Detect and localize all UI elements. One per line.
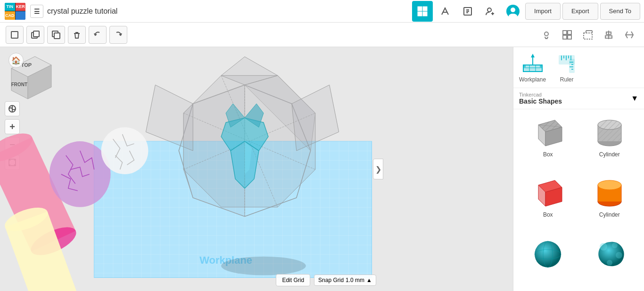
shape-box-red[interactable]: Box xyxy=(517,173,579,234)
organic-teal-icon xyxy=(593,238,626,269)
export-button[interactable]: Export xyxy=(562,3,598,20)
undo-button[interactable] xyxy=(89,26,107,44)
svg-point-119 xyxy=(612,242,618,248)
toolbar xyxy=(0,23,644,47)
svg-point-70 xyxy=(221,257,306,275)
box-gray-label: Box xyxy=(543,151,553,158)
svg-rect-71 xyxy=(523,65,542,72)
svg-marker-77 xyxy=(531,54,535,57)
snap-arrow-icon[interactable]: ▲ xyxy=(366,277,372,283)
project-menu-button[interactable]: ☰ xyxy=(30,5,43,18)
svg-point-115 xyxy=(535,241,561,267)
redo-button[interactable] xyxy=(109,26,127,44)
svg-rect-15 xyxy=(11,32,18,38)
cylinder-gray-label: Cylinder xyxy=(599,151,620,158)
shapes-source-label: Tinkercad xyxy=(519,92,562,97)
duplicate-button[interactable] xyxy=(47,26,65,44)
svg-marker-63 xyxy=(292,85,339,151)
svg-point-13 xyxy=(511,8,515,12)
snap-grid-control: Snap Grid 1.0 mm ▲ xyxy=(314,275,376,286)
logo-cell-ker: KER xyxy=(16,3,26,11)
viewport[interactable]: TOP FRONT 🏠 + − xyxy=(0,47,513,291)
header: TIN KER CAD ☰ crystal puzzle tutorial Im… xyxy=(0,0,644,23)
shape-sphere-blue[interactable] xyxy=(517,234,579,287)
svg-point-120 xyxy=(616,252,622,259)
snap-value: 1.0 mm xyxy=(346,277,364,283)
svg-rect-78 xyxy=(523,65,526,67)
logo-cell-cad: CAD xyxy=(5,11,15,20)
nav-add-user-button[interactable] xyxy=(480,1,501,22)
svg-point-53 xyxy=(101,127,149,174)
svg-rect-19 xyxy=(54,33,60,39)
workplane-tool[interactable]: Workplane xyxy=(519,52,546,83)
side-panel-toggle[interactable]: ❯ xyxy=(373,159,383,179)
ruler-icon xyxy=(555,52,578,74)
flip-icon[interactable] xyxy=(620,26,638,44)
ruler-tool[interactable]: Ruler xyxy=(555,52,578,83)
nav-grid-button[interactable] xyxy=(412,1,433,22)
header-actions: Import Export Send To xyxy=(412,1,640,22)
shapes-source-info: Tinkercad Basic Shapes xyxy=(519,92,562,105)
new-button[interactable] xyxy=(6,26,24,44)
ungroup-icon[interactable] xyxy=(579,26,597,44)
svg-point-9 xyxy=(487,8,491,12)
workplane-icon xyxy=(521,52,544,74)
svg-rect-3 xyxy=(423,12,427,16)
svg-point-20 xyxy=(545,32,548,36)
light-icon[interactable] xyxy=(537,26,555,44)
main-area: TOP FRONT 🏠 + − xyxy=(0,47,644,291)
snap-grid-label: Snap Grid xyxy=(318,277,344,283)
logo-cell-tin: TIN xyxy=(5,3,15,11)
edit-grid-button[interactable]: Edit Grid xyxy=(276,274,310,286)
box-red-icon xyxy=(531,178,564,209)
cylinder-orange-label: Cylinder xyxy=(599,211,620,218)
group-icon[interactable] xyxy=(558,26,576,44)
svg-rect-1 xyxy=(423,7,427,11)
svg-point-106 xyxy=(598,120,621,129)
svg-rect-17 xyxy=(33,31,39,37)
box-red-label: Box xyxy=(543,211,553,218)
svg-rect-26 xyxy=(584,33,592,39)
svg-rect-23 xyxy=(568,31,571,34)
logo[interactable]: TIN KER CAD xyxy=(4,2,26,21)
svg-marker-62 xyxy=(146,85,193,151)
svg-point-14 xyxy=(509,14,517,18)
shape-box-gray[interactable]: Box xyxy=(517,113,579,173)
svg-point-114 xyxy=(598,180,621,190)
sphere-blue-icon xyxy=(531,238,564,269)
svg-rect-86 xyxy=(570,59,574,73)
send-to-button[interactable]: Send To xyxy=(600,3,640,20)
nav-export-button[interactable] xyxy=(457,1,478,22)
svg-rect-25 xyxy=(568,35,571,39)
bottom-bar: Edit Grid Snap Grid 1.0 mm ▲ xyxy=(276,274,376,286)
ruler-label: Ruler xyxy=(560,76,574,83)
right-panel: Workplane xyxy=(513,47,644,291)
cylinder-orange-icon xyxy=(593,178,626,209)
svg-rect-2 xyxy=(418,12,422,16)
shape-organic-teal[interactable] xyxy=(579,234,641,287)
box-gray-icon xyxy=(531,118,564,148)
shapes-grid: Box Cylinder xyxy=(513,109,644,291)
delete-button[interactable] xyxy=(68,26,86,44)
import-button[interactable]: Import xyxy=(525,3,561,20)
svg-rect-0 xyxy=(418,7,422,11)
copy-stamp-button[interactable] xyxy=(26,26,44,44)
svg-rect-79 xyxy=(540,65,542,67)
scene-canvas[interactable]: Workplane xyxy=(0,47,513,291)
workplane-label: Workplane xyxy=(519,76,546,83)
svg-point-118 xyxy=(600,243,607,251)
shape-cylinder-gray[interactable]: Cylinder xyxy=(579,113,641,173)
cylinder-gray-icon xyxy=(593,118,626,148)
panel-tools: Workplane xyxy=(513,47,644,88)
logo-cell-blank xyxy=(16,11,26,20)
shapes-dropdown-button[interactable]: ▼ xyxy=(631,94,638,103)
shape-cylinder-orange[interactable]: Cylinder xyxy=(579,173,641,234)
svg-rect-22 xyxy=(563,31,567,34)
project-title: crystal puzzle tutorial xyxy=(47,7,117,16)
shapes-category-label: Basic Shapes xyxy=(519,97,562,105)
svg-rect-24 xyxy=(563,35,567,39)
align-icon[interactable] xyxy=(600,26,618,44)
shapes-header: Tinkercad Basic Shapes ▼ xyxy=(513,88,644,109)
nav-avatar-button[interactable] xyxy=(503,1,523,22)
nav-build-button[interactable] xyxy=(435,1,455,22)
